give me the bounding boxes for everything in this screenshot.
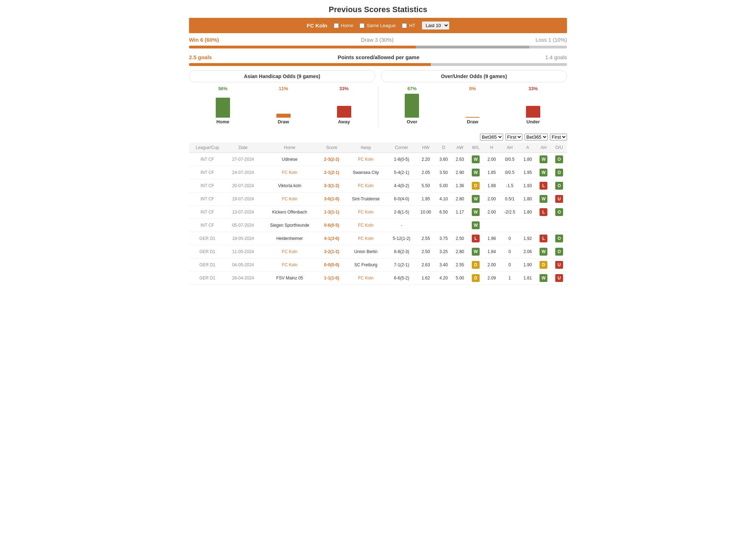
badge-ou: O	[555, 208, 563, 216]
ht-checkbox-group[interactable]: HT	[402, 23, 415, 28]
table-row: INT CF27-07-2024Udinese2-3(2-2)FC Koln1-…	[189, 153, 567, 166]
badge-ah: L	[540, 208, 547, 216]
same-league-checkbox[interactable]	[359, 23, 364, 28]
over-bar	[405, 94, 419, 118]
col-score: Score	[319, 143, 344, 153]
badge-wl: W	[472, 169, 480, 176]
badge-ou: O	[555, 182, 563, 190]
col-h: H	[484, 143, 500, 153]
draw-bar	[416, 46, 529, 48]
under-bar-label: Under	[526, 119, 540, 124]
under-pct: 33%	[528, 86, 538, 91]
col-ou: O/U	[551, 143, 567, 153]
badge-wl: D	[472, 261, 480, 269]
ht-checkbox[interactable]	[402, 23, 407, 28]
ou-draw-bar-label: Draw	[467, 119, 478, 124]
badge-wl: L	[472, 235, 480, 242]
table-row: INT CF20-07-2024Viktoria koln3-3(1-2)FC …	[189, 179, 567, 192]
away-bar	[337, 106, 351, 118]
goals-right: 1.4 goals	[545, 54, 567, 60]
badge-wl: D	[472, 274, 480, 282]
badge-ah: L	[540, 235, 547, 242]
table-row: GER D111-05-2024FC Koln3-2(1-2)Union Ber…	[189, 245, 567, 258]
col-aw: AW	[452, 143, 468, 153]
over-under-odds-box: Over/Under Odds (9 games)	[381, 70, 567, 82]
col-ah: AH	[500, 143, 520, 153]
badge-ah: W	[540, 169, 547, 176]
col-wl: W/L	[468, 143, 484, 153]
badge-wl: W	[472, 248, 480, 256]
loss-bar	[529, 46, 567, 48]
badge-ah: W	[540, 195, 547, 203]
period-dropdown-1[interactable]: First Full	[505, 134, 522, 140]
win-label: Win 6 (60%)	[189, 37, 219, 43]
table-row: GER D104-05-2024FC Koln0-0(0-0)SC Freibu…	[189, 258, 567, 272]
col-date: Date	[226, 143, 260, 153]
win-bar	[189, 46, 416, 48]
badge-ah: W	[540, 248, 547, 256]
badge-ou: O	[555, 169, 563, 176]
badge-ou: U	[555, 261, 563, 269]
away-bar-col: 33% Away	[337, 86, 351, 124]
table-row: INT CF24-07-2024FC Koln2-1(2-1)Swansea C…	[189, 166, 567, 179]
ou-draw-pct: 0%	[469, 86, 476, 91]
badge-wl: W	[472, 221, 480, 229]
table-section: Bet365 First Full Bet365 First Full Leag…	[189, 132, 567, 285]
table-row: INT CF13-07-2024Kickers Offenbach1-3(1-1…	[189, 206, 567, 219]
under-bar-col: 33% Under	[526, 86, 540, 124]
header-bar: FC Koln Home Same League HT Last 10 Last…	[189, 18, 567, 33]
col-home: Home	[260, 143, 319, 153]
team-name: FC Koln	[307, 22, 327, 29]
home-pct: 56%	[218, 86, 228, 91]
same-league-checkbox-group[interactable]: Same League	[359, 23, 395, 28]
goals-progress-bar	[189, 63, 567, 66]
last-dropdown[interactable]: Last 10 Last 5 Last 20	[422, 21, 449, 30]
badge-wl: D	[472, 182, 480, 190]
badge-ou: U	[555, 195, 563, 203]
badge-ah: W	[540, 274, 547, 282]
scores-table: League/Cup Date Home Score Away Corner H…	[189, 143, 567, 285]
col-corner: Corner	[387, 143, 416, 153]
badge-ou: U	[555, 274, 563, 282]
same-league-label: Same League	[367, 23, 395, 28]
goals-left: 2.5 goals	[189, 54, 212, 60]
asian-handicap-odds-box: Asian Handicap Odds (9 games)	[189, 70, 375, 82]
badge-wl: W	[472, 155, 480, 163]
col-league: League/Cup	[189, 143, 226, 153]
draw-bar-label: Draw	[278, 119, 289, 124]
goals-row: 2.5 goals Points scored/allowed per game…	[189, 51, 567, 62]
away-pct: 33%	[339, 86, 349, 91]
ht-label: HT	[409, 23, 415, 28]
col-hw: HW	[416, 143, 436, 153]
table-row: GER D128-04-2024FSV Mainz 051-1(1-0)FC K…	[189, 272, 567, 285]
home-bar	[216, 98, 230, 118]
bookmaker-dropdown-1[interactable]: Bet365	[480, 134, 503, 140]
col-ah2: AH	[536, 143, 552, 153]
over-bar-col: 67% Over	[405, 86, 419, 124]
odds-row: Asian Handicap Odds (9 games) Over/Under…	[189, 70, 567, 82]
badge-ou: O	[555, 248, 563, 256]
ou-draw-bar-col: 0% Draw	[465, 86, 480, 124]
draw-label: Draw 3 (30%)	[219, 37, 536, 43]
table-row: INT CF19-07-2024FC Koln3-0(1-0)Sint-Trui…	[189, 192, 567, 206]
draw-bar-col: 11% Draw	[276, 86, 291, 124]
period-dropdown-2[interactable]: First Full	[550, 134, 567, 140]
home-label: Home	[341, 23, 353, 28]
badge-ou: O	[555, 155, 563, 163]
col-d: D	[435, 143, 452, 153]
badge-wl: W	[472, 195, 480, 203]
bookmaker-dropdown-2[interactable]: Bet365	[525, 134, 548, 140]
table-row: INT CF05-07-2024Siegen Sportfreunde0-6(0…	[189, 219, 567, 232]
over-bar-label: Over	[407, 119, 418, 124]
asian-handicap-chart: 56% Home 11% Draw 33% Away	[189, 86, 378, 128]
goals-fill	[189, 63, 431, 66]
wdl-progress-bar	[189, 46, 567, 48]
badge-ah: W	[540, 155, 547, 163]
home-checkbox[interactable]	[334, 23, 339, 28]
loss-label: Loss 1 (10%)	[536, 37, 567, 43]
wdl-row: Win 6 (60%) Draw 3 (30%) Loss 1 (10%)	[189, 33, 567, 44]
home-checkbox-group[interactable]: Home	[334, 23, 353, 28]
table-header-row: League/Cup Date Home Score Away Corner H…	[189, 143, 567, 153]
draw-bar-ah	[276, 114, 291, 118]
ou-draw-bar	[465, 117, 480, 118]
